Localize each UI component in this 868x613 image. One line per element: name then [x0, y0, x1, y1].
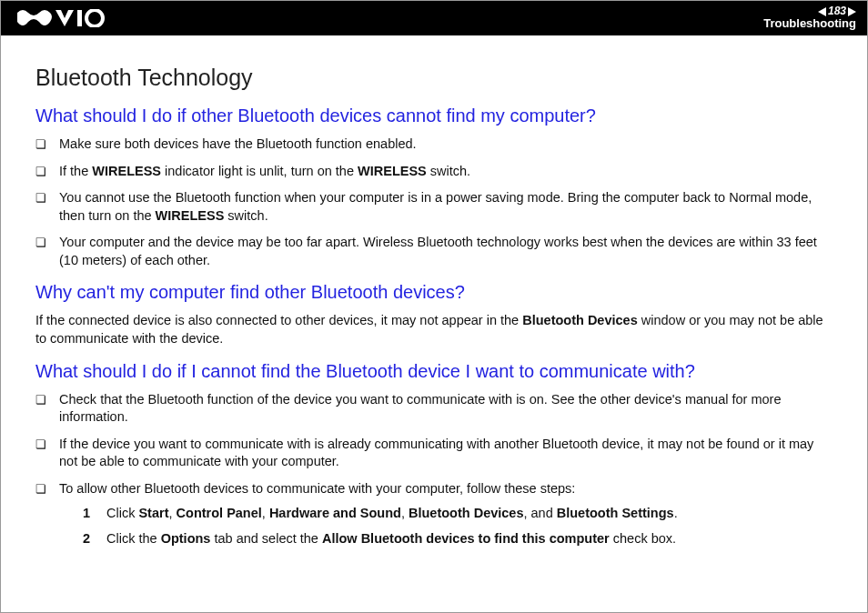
list-item: Make sure both devices have the Bluetoot…: [35, 136, 833, 154]
text: Make sure both devices have the Bluetoot…: [59, 136, 417, 151]
vaio-logo-svg: [17, 9, 105, 27]
bold-text: Start: [138, 506, 168, 520]
text: switch.: [224, 208, 267, 223]
list-item: Check that the Bluetooth function of the…: [35, 391, 833, 427]
text: indicator light is unlit, turn on the: [161, 164, 358, 178]
text: ,: [401, 506, 409, 520]
bold-text: Bluetooth Settings: [557, 506, 674, 520]
q3-steps: Click Start, Control Panel, Hardware and…: [83, 505, 833, 548]
list-item: Your computer and the device may be too …: [35, 234, 833, 269]
text: Click: [106, 506, 138, 520]
prev-page-arrow-icon[interactable]: [818, 7, 826, 16]
bold-text: Allow Bluetooth devices to find this com…: [322, 531, 610, 546]
text: If the connected device is also connecte…: [35, 313, 522, 327]
svg-point-1: [86, 10, 103, 26]
bold-text: WIRELESS: [358, 164, 427, 178]
text: Click the: [106, 531, 161, 546]
q1-heading: What should I do if other Bluetooth devi…: [35, 106, 833, 126]
page-title: Bluetooth Technology: [35, 65, 833, 91]
text: ,: [262, 506, 269, 520]
svg-rect-0: [77, 10, 82, 26]
step-item: Click the Options tab and select the All…: [83, 530, 833, 548]
list-item: To allow other Bluetooth devices to comm…: [35, 480, 833, 548]
q3-list: Check that the Bluetooth function of the…: [35, 391, 833, 548]
text: ,: [169, 506, 177, 520]
q2-heading: Why can't my computer find other Bluetoo…: [35, 282, 833, 303]
page-header: 183 Troubleshooting: [1, 1, 867, 35]
q3-heading: What should I do if I cannot find the Bl…: [35, 361, 833, 382]
list-item: You cannot use the Bluetooth function wh…: [35, 189, 833, 225]
page-content: Bluetooth Technology What should I do if…: [1, 35, 867, 575]
bold-text: Bluetooth Devices: [522, 313, 638, 327]
text: check box.: [610, 531, 676, 546]
text: If the: [59, 164, 92, 178]
text: , and: [523, 506, 556, 520]
step-item: Click Start, Control Panel, Hardware and…: [83, 505, 833, 523]
bold-text: Bluetooth Devices: [409, 506, 524, 520]
list-item: If the device you want to communicate wi…: [35, 436, 833, 471]
bold-text: Hardware and Sound: [269, 506, 401, 520]
section-label: Troubleshooting: [763, 17, 856, 30]
vaio-logo: [17, 1, 105, 35]
bold-text: Options: [161, 531, 211, 546]
header-right: 183 Troubleshooting: [763, 5, 856, 30]
text: Your computer and the device may be too …: [59, 235, 817, 267]
text: tab and select the: [210, 531, 322, 546]
text: .: [674, 506, 678, 520]
bold-text: WIRELESS: [92, 164, 161, 178]
text: To allow other Bluetooth devices to comm…: [59, 481, 575, 496]
q2-body: If the connected device is also connecte…: [35, 312, 833, 347]
bold-text: Control Panel: [177, 506, 262, 520]
list-item: If the WIRELESS indicator light is unlit…: [35, 163, 833, 181]
text: switch.: [427, 164, 470, 178]
q1-list: Make sure both devices have the Bluetoot…: [35, 136, 833, 269]
next-page-arrow-icon[interactable]: [848, 7, 856, 16]
bold-text: WIRELESS: [156, 208, 225, 223]
